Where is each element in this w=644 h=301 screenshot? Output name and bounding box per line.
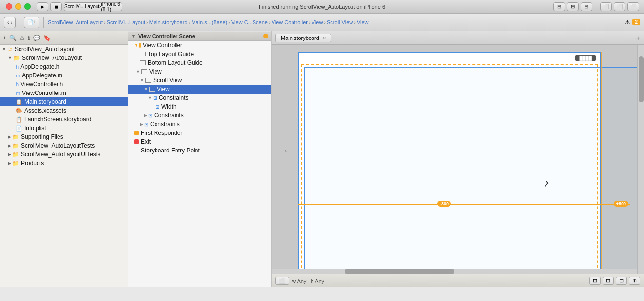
maximize-button[interactable]	[24, 3, 31, 10]
breadcrumb-item-3[interactable]: Main.s...(Base)	[191, 19, 227, 25]
breadcrumb-item-2[interactable]: Main.storyboard	[149, 19, 188, 25]
outline-item-label: Width	[161, 103, 176, 110]
canvas-btn-zoom[interactable]: ⊞	[589, 277, 601, 285]
play-button[interactable]: ▶	[37, 2, 48, 11]
warning-count[interactable]: 2	[632, 19, 640, 25]
sidebar-toggle-bottom[interactable]: ⊟	[567, 2, 579, 11]
canvas-btn-fit[interactable]: ⊡	[603, 277, 614, 285]
scene-dot	[263, 34, 268, 38]
outline-view-controller[interactable]: ▼ View Controller	[128, 41, 271, 50]
separator-2	[43, 17, 44, 28]
nav-item-appdelegate-m[interactable]: m AppDelegate.m	[0, 71, 128, 80]
breadcrumb-item-4[interactable]: View C...Scene	[231, 19, 268, 25]
outline-first-responder[interactable]: First Responder	[128, 129, 271, 137]
nav-item-label: Assets.xcassets	[24, 107, 66, 114]
outline-item-label: View Controller	[143, 42, 182, 49]
outline-inner-view[interactable]: ▼ View	[128, 85, 271, 94]
canvas-tab-add[interactable]: +	[636, 34, 640, 42]
window-title: Finished running ScrollView_AutoLayout o…	[259, 4, 385, 10]
nav-item-xcassets[interactable]: 🎨 Assets.xcassets	[0, 106, 128, 115]
outline-constraints-1[interactable]: ▼ ⊡ Constraints	[128, 94, 271, 102]
expand-arrow: ▼	[140, 78, 144, 83]
view-standard[interactable]: ⬜	[600, 2, 612, 11]
stop-button[interactable]: ◼	[50, 2, 62, 11]
title-bar: ▶ ◼ ScrollVi...Layout › iPhone 6 (8.1) F…	[0, 0, 644, 14]
view-assistant[interactable]: ⬜	[614, 2, 625, 11]
horizontal-scroll-thumb[interactable]	[345, 269, 454, 274]
minimize-button[interactable]	[15, 3, 21, 10]
nav-bookmark-button[interactable]: 🔖	[43, 35, 51, 41]
phone-battery: ████	[575, 55, 596, 61]
canvas-tab-label: Main.storyboard	[281, 35, 319, 41]
nav-item-products[interactable]: ▶ 📁 Products	[0, 159, 128, 168]
toolbar-controls: ▶ ◼ ScrollVi...Layout › iPhone 6 (8.1)	[31, 2, 122, 11]
back-forward[interactable]: ‹ ›	[4, 17, 16, 28]
outline-view: ▼ View Controller Scene ▼ View Controlle…	[128, 31, 272, 287]
horizontal-scrollbar[interactable]	[272, 269, 637, 274]
warning-icon: ⚠	[625, 19, 630, 26]
canvas-btn-layout[interactable]: ⊟	[616, 277, 627, 285]
outline-item-label: First Responder	[141, 130, 182, 136]
nav-item-uitests[interactable]: ▶ 📁 ScrollView_AutoLayoutUITests	[0, 150, 128, 159]
scene-label: View Controller Scene	[138, 33, 195, 39]
nav-info-button[interactable]: ℹ	[28, 35, 30, 41]
breadcrumb-item-6[interactable]: View	[312, 19, 323, 25]
outline-entry-point[interactable]: → Storyboard Entry Point	[128, 146, 271, 155]
nav-comment-button[interactable]: 💬	[33, 35, 40, 41]
status-h: h Any	[311, 278, 325, 284]
scheme-selector[interactable]: ScrollVi...Layout › iPhone 6 (8.1)	[64, 2, 122, 11]
canvas-status-right: ⊞ ⊡ ⊟ ⊕	[589, 277, 640, 285]
nav-item-infoplist[interactable]: 📄 Info.plist	[0, 124, 128, 132]
close-tab-icon[interactable]: ×	[323, 35, 326, 41]
scroll-view-box[interactable]	[301, 64, 598, 274]
breadcrumb-item-0[interactable]: ScrollView_AutoLayout	[48, 19, 103, 25]
nav-item-main-storyboard[interactable]: 📋 Main.storyboard	[0, 97, 128, 106]
breadcrumb-item-5[interactable]: View Controller	[272, 19, 308, 25]
breadcrumb-item-8[interactable]: View	[357, 19, 369, 25]
nav-item-label: Supporting Files	[21, 133, 63, 140]
expand-arrow: ▼	[2, 47, 6, 52]
toolbar-right: ⚠ 2	[625, 19, 640, 26]
canvas-btn-constraint[interactable]: ⊕	[629, 277, 640, 285]
nav-warning-button[interactable]: ⚠	[20, 35, 25, 41]
nav-item-launchscreen[interactable]: 📋 LaunchScreen.storyboard	[0, 115, 128, 124]
outline-top-layout-guide[interactable]: Top Layout Guide	[128, 50, 271, 58]
inner-view-box[interactable]	[304, 67, 637, 274]
outline-bottom-layout-guide[interactable]: Bottom Layout Guide	[128, 58, 271, 67]
nav-item-tests[interactable]: ▶ 📁 ScrollView_AutoLayoutTests	[0, 141, 128, 150]
breadcrumb-item-7[interactable]: Scroll View	[327, 19, 353, 25]
outline-item-label: Constraints	[154, 112, 184, 119]
outline-constraints-3[interactable]: ▶ ⊡ Constraints	[128, 120, 271, 129]
constraint-horizontal-line	[298, 204, 630, 205]
nav-filter-button[interactable]: 🔍	[9, 35, 17, 41]
view-version[interactable]: ⬜	[627, 2, 639, 11]
expand-arrow: ▼	[134, 43, 138, 48]
sidebar-toggle-right[interactable]: ⊟	[581, 2, 592, 11]
outline-view-root[interactable]: ▼ View	[128, 67, 271, 76]
nav-add-button[interactable]: +	[3, 35, 6, 41]
vertical-scroll-thumb[interactable]	[639, 56, 644, 102]
close-button[interactable]	[6, 3, 12, 10]
nav-item-group-main[interactable]: ▼ 📁 ScrollView_AutoLayout	[0, 54, 128, 62]
nav-item-viewcontroller-h[interactable]: h ViewController.h	[0, 80, 128, 89]
add-file-button[interactable]: 📄+	[24, 17, 39, 28]
nav-item-label: AppDelegate.h	[20, 63, 59, 70]
canvas-tab-main[interactable]: Main.storyboard ×	[275, 34, 331, 42]
nav-item-supporting[interactable]: ▶ 📁 Supporting Files	[0, 132, 128, 141]
vertical-scrollbar[interactable]	[637, 45, 644, 274]
back-icon: ‹	[7, 19, 9, 25]
nav-item-appdelegate-h[interactable]: h AppDelegate.h	[0, 62, 128, 71]
storyboard-canvas[interactable]: → ████ -300 +800	[272, 45, 637, 274]
group-icon: 📁	[12, 151, 19, 158]
outline-scroll-view[interactable]: ▼ Scroll View	[128, 76, 271, 85]
nav-item-viewcontroller-m[interactable]: m ViewController.m	[0, 89, 128, 97]
outline-item-label: Constraints	[150, 121, 180, 128]
canvas-btn-scene[interactable]: ⬜	[275, 277, 289, 285]
outline-width[interactable]: ⊡ Width	[128, 102, 271, 111]
breadcrumb-item-1[interactable]: ScrollVi...Layout	[107, 19, 145, 25]
outline-constraints-2[interactable]: ▶ ⊡ Constraints	[128, 111, 271, 120]
outline-exit[interactable]: Exit	[128, 137, 271, 146]
nav-item-project[interactable]: ▼ 🗂 ScrollView_AutoLayout	[0, 45, 128, 54]
sidebar-toggle-left[interactable]: ⊟	[553, 2, 565, 11]
view-controller-box[interactable]: ████	[298, 52, 601, 274]
